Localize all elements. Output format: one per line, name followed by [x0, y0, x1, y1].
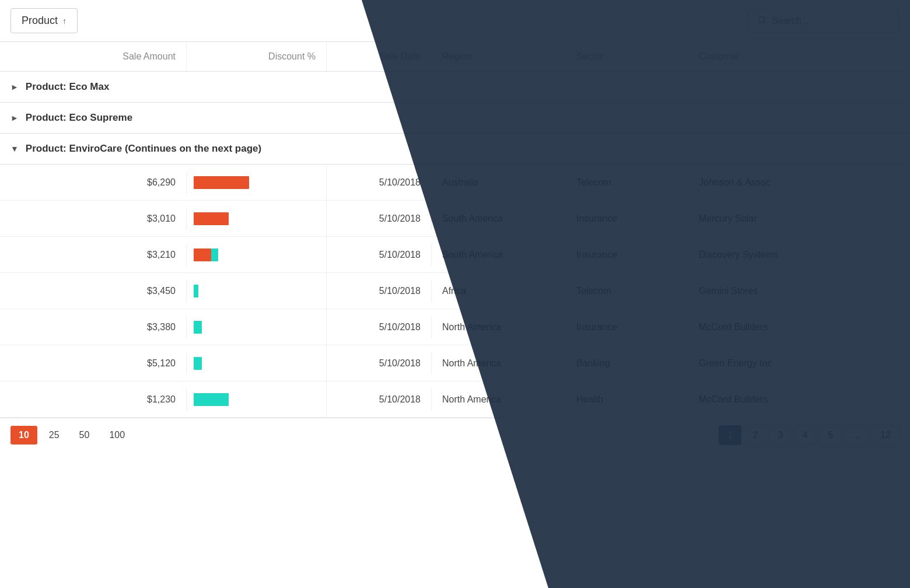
search-input[interactable]: [772, 16, 891, 26]
page-ellipsis[interactable]: ...: [844, 425, 869, 445]
chevron-right-icon-2: ►: [10, 113, 19, 123]
table-footer: 10 25 50 100 1 2 3 4 5 ... 12: [0, 418, 910, 452]
page-1-button[interactable]: 1: [719, 425, 741, 445]
sale-date-cell: 5/10/2018: [327, 172, 432, 194]
product-sort-button[interactable]: Product ↑: [10, 8, 78, 33]
region-cell: North America: [432, 316, 566, 338]
customer-cell: McCord Builders: [688, 316, 869, 338]
page-2-button[interactable]: 2: [744, 425, 766, 445]
sale-amount-cell: $3,380: [0, 316, 187, 338]
sale-amount-value: $1,230: [135, 394, 176, 405]
table-row: $3,3805/10/2018North AmericaInsuranceMcC…: [0, 309, 910, 345]
sale-date-cell: 5/10/2018: [327, 280, 432, 302]
discount-bar-teal: [194, 285, 198, 298]
page-size-50[interactable]: 50: [71, 426, 98, 444]
col-header-sale-amount[interactable]: Sale Amount: [0, 42, 187, 71]
discount-bar-cell: [187, 164, 327, 200]
sector-cell: Telecom: [566, 280, 688, 302]
discount-bar-orange: [194, 249, 211, 261]
col-header-region[interactable]: Region: [432, 42, 566, 71]
col-header-sale-date[interactable]: Sale Date: [327, 42, 432, 71]
group-row-eco-max[interactable]: ► Product: Eco Max: [0, 72, 910, 103]
sale-amount-value: $5,120: [135, 358, 176, 369]
svg-line-1: [764, 22, 766, 24]
page-3-button[interactable]: 3: [769, 425, 792, 445]
sale-amount-cell: $3,210: [0, 244, 187, 266]
page-12-button[interactable]: 12: [872, 425, 900, 445]
discount-bar-cell: [187, 237, 327, 272]
page-5-button[interactable]: 5: [819, 425, 842, 445]
sale-date-cell: 5/10/2018: [327, 208, 432, 230]
sale-amount-value: $3,010: [135, 214, 176, 224]
column-headers: Sale Amount Discount % Sale Date Region …: [0, 42, 910, 72]
customer-cell: Johnson & Assoc: [688, 172, 869, 194]
table-row: $3,4505/10/2018AfricaTelecomGemini Store…: [0, 273, 910, 309]
sale-amount-value: $3,380: [135, 322, 176, 332]
chevron-right-icon: ►: [10, 82, 19, 92]
sale-amount-value: $6,290: [135, 177, 176, 188]
page-size-100[interactable]: 100: [101, 426, 133, 444]
sort-arrow-icon: ↑: [62, 16, 66, 26]
discount-bar-cell: [187, 201, 327, 236]
product-sort-label: Product: [22, 15, 58, 27]
group-label-envirocare: Product: EnviroCare (Continues on the ne…: [26, 143, 261, 155]
group-row-eco-supreme[interactable]: ► Product: Eco Supreme: [0, 103, 910, 134]
sale-amount-cell: $5,120: [0, 352, 187, 374]
sector-cell: Insurance: [566, 244, 688, 266]
page-size-25[interactable]: 25: [41, 426, 68, 444]
sale-date-cell: 5/10/2018: [327, 316, 432, 338]
sale-amount-value: $3,450: [135, 286, 176, 296]
group-label-eco-max: Product: Eco Max: [26, 81, 110, 93]
data-rows-container: $6,2905/10/2018AustraliaTelecomJohnson &…: [0, 164, 910, 418]
search-box: [748, 9, 900, 33]
discount-bar-cell: [187, 382, 327, 417]
discount-bar-teal: [194, 357, 202, 370]
sale-amount-cell: $1,230: [0, 388, 187, 411]
sector-cell: Insurance: [566, 316, 688, 338]
page-navigation: 1 2 3 4 5 ... 12: [719, 425, 900, 445]
sale-amount-cell: $3,450: [0, 280, 187, 302]
discount-bar-cell: [187, 345, 327, 381]
page-4-button[interactable]: 4: [794, 425, 817, 445]
chevron-down-icon: ▼: [10, 144, 19, 153]
sale-date-cell: 5/10/2018: [327, 352, 432, 374]
sector-cell: Health: [566, 388, 688, 411]
discount-bar-cell: [187, 309, 327, 345]
sector-cell: Banking: [566, 352, 688, 374]
table-row: $3,2105/10/2018South AmericaInsuranceDis…: [0, 237, 910, 273]
col-header-discount[interactable]: Discount %: [187, 42, 327, 71]
discount-bar-cell: [187, 273, 327, 309]
sale-amount-value: $3,210: [135, 250, 176, 260]
discount-bar-teal: [194, 393, 229, 406]
customer-cell: Gemini Stores: [688, 280, 869, 302]
table-row: $5,1205/10/2018North AmericaBankingGreen…: [0, 345, 910, 382]
customer-cell: McCord Builders: [688, 388, 869, 411]
col-header-customer[interactable]: Customer: [688, 42, 869, 71]
group-label-eco-supreme: Product: Eco Supreme: [26, 112, 132, 124]
table-header: Product ↑: [0, 0, 910, 42]
table-row: $6,2905/10/2018AustraliaTelecomJohnson &…: [0, 164, 910, 201]
svg-point-0: [758, 16, 765, 23]
group-row-envirocare[interactable]: ▼ Product: EnviroCare (Continues on the …: [0, 134, 910, 164]
page-size-options: 10 25 50 100: [10, 426, 133, 444]
region-cell: South America: [432, 208, 566, 230]
page-size-10[interactable]: 10: [10, 426, 37, 444]
sale-date-cell: 5/10/2018: [327, 388, 432, 411]
region-cell: North America: [432, 388, 566, 411]
col-header-sector[interactable]: Sector: [566, 42, 688, 71]
customer-cell: Mercury Solar: [688, 208, 869, 230]
customer-cell: Discovery Systems: [688, 244, 869, 266]
sale-amount-cell: $6,290: [0, 172, 187, 194]
table-row: $3,0105/10/2018South AmericaInsuranceMer…: [0, 201, 910, 237]
sale-date-cell: 5/10/2018: [327, 244, 432, 266]
region-cell: Africa: [432, 280, 566, 302]
region-cell: South America: [432, 244, 566, 266]
discount-bar-teal: [194, 321, 202, 334]
sale-amount-cell: $3,010: [0, 208, 187, 230]
discount-bar-orange: [194, 212, 229, 225]
region-cell: North America: [432, 352, 566, 374]
sector-cell: Insurance: [566, 208, 688, 230]
discount-bar-orange: [194, 176, 249, 189]
table-row: $1,2305/10/2018North AmericaHealthMcCord…: [0, 382, 910, 418]
search-icon: [757, 15, 767, 27]
